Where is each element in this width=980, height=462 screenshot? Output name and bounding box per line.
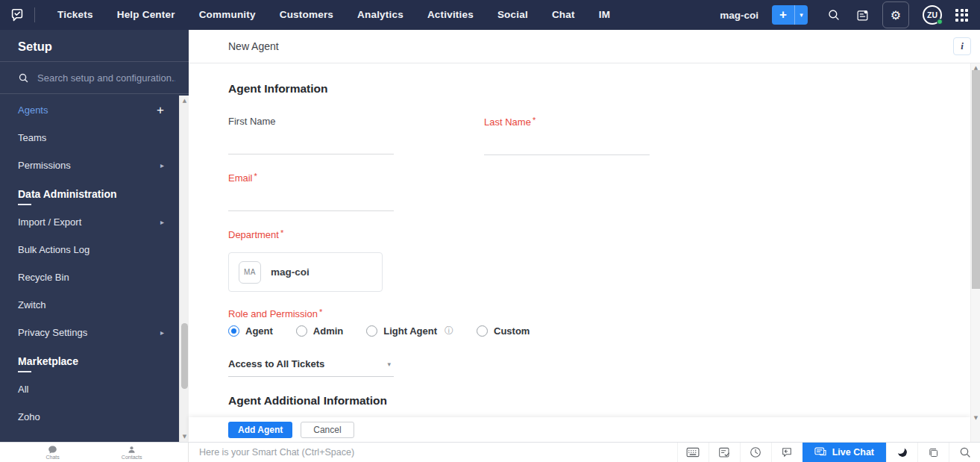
scrollbar-thumb[interactable] [972,70,980,289]
contacts-tab[interactable]: Contacts [122,446,142,460]
radio-light-agent[interactable]: Light Agent ⓘ [366,325,453,337]
nav-item-chat[interactable]: Chat [540,0,587,30]
zia-search-icon[interactable] [949,443,980,462]
sidebar-item-teams[interactable]: Teams [0,124,179,152]
bottom-bar-icons: Live Chat [677,443,980,462]
nav-item-community[interactable]: Community [187,0,268,30]
release-notes-icon[interactable] [848,1,876,29]
windows-copy-icon[interactable] [917,443,949,462]
scroll-down-icon[interactable]: ▼ [971,415,980,421]
main-panel: New Agent i Agent Information First Name… [189,30,980,442]
task-done-icon[interactable] [709,443,740,462]
zoho-desk-app: Tickets Help Center Community Customers … [0,0,980,462]
quick-create-button[interactable]: + ▾ [772,5,808,25]
nav-item-analytics[interactable]: Analytics [345,0,415,30]
keyboard-shortcuts-icon[interactable] [677,443,709,462]
ticket-access-select[interactable]: Access to All Tickets ▾ [228,358,394,377]
nav-item-activities[interactable]: Activities [415,0,486,30]
recent-activity-clock-icon[interactable] [740,443,771,462]
sidebar-item-label: Bulk Actions Log [18,244,164,255]
add-agent-button[interactable]: Add Agent [228,422,292,438]
chats-tab[interactable]: Chats [46,446,60,460]
sidebar-item-label: Permissions [18,160,160,171]
smart-chat-bar: Chats Contacts Live [0,442,980,462]
radio-icon[interactable] [296,325,307,337]
plus-icon[interactable]: + [772,5,794,25]
navbar-divider [34,7,35,22]
app-grid-icon[interactable] [955,9,968,22]
caret-down-icon[interactable]: ▾ [794,5,808,25]
org-name[interactable]: mag-coi [720,10,758,21]
nav-item-im[interactable]: IM [587,0,622,30]
search-icon[interactable] [820,1,848,29]
avatar[interactable]: ZU [923,5,942,25]
sidebar-item-zwitch[interactable]: Zwitch [0,291,179,319]
last-name-input[interactable] [484,140,650,155]
nav-item-help-center[interactable]: Help Center [105,0,187,30]
sidebar-section-data-administration: Data Administration [18,188,179,205]
radio-agent[interactable]: Agent [228,325,273,337]
radio-icon[interactable] [228,325,239,337]
setup-sidebar: Setup Agents + Teams Permissions [0,30,189,442]
setup-search-input[interactable] [37,72,175,84]
zoho-desk-logo-icon[interactable] [0,7,34,23]
sidebar-item-label: Zoho [18,411,164,422]
radio-admin[interactable]: Admin [296,325,343,337]
radio-icon[interactable] [477,325,488,337]
sidebar-nav: Agents + Teams Permissions ▸ Data Admini… [0,94,179,431]
info-circle-icon[interactable]: ⓘ [445,325,453,337]
cancel-button[interactable]: Cancel [301,422,354,438]
last-name-field: Last Name* [484,116,650,155]
first-name-input[interactable] [228,140,394,154]
top-navbar: Tickets Help Center Community Customers … [0,0,980,30]
email-input[interactable] [228,196,394,211]
scrollbar-thumb[interactable] [181,323,188,389]
section-header-underline [18,204,31,205]
radio-label: Custom [494,325,530,337]
sidebar-item-label: Import / Export [18,216,160,228]
section-header-label: Marketplace [18,355,179,367]
role-radio-group: Agent Admin Light Agent ⓘ Custom [228,325,530,337]
nav-item-social[interactable]: Social [486,0,540,30]
live-chat-button[interactable]: Live Chat [802,443,886,462]
main-header: New Agent i [189,30,980,63]
smart-chat-input[interactable] [199,447,677,458]
radio-custom[interactable]: Custom [477,325,530,337]
settings-gear-icon[interactable]: ⚙ [882,1,909,28]
sidebar-item-agents[interactable]: Agents + [0,96,179,124]
role-permission-label: Role and Permission* [228,308,452,319]
nav-item-tickets[interactable]: Tickets [45,0,105,30]
add-agent-plus-icon[interactable]: + [157,103,164,118]
section-header-underline [18,371,31,372]
navbar-right: mag-coi + ▾ ⚙ ZU [720,1,980,29]
required-asterisk: * [533,116,535,125]
radio-label: Agent [245,325,273,337]
radio-label: Light Agent [383,325,437,337]
sidebar-item-bulk-actions-log[interactable]: Bulk Actions Log [0,236,179,263]
email-label: Email* [228,172,394,184]
department-selector[interactable]: MA mag-coi [228,252,383,292]
nav-item-customers[interactable]: Customers [268,0,345,30]
feedback-icon[interactable] [771,443,802,462]
info-icon[interactable]: i [953,37,971,55]
sidebar-item-label: Zwitch [18,299,164,310]
night-mode-moon-icon[interactable] [886,443,917,462]
navbar-menu: Tickets Help Center Community Customers … [45,0,622,30]
chats-tab-label: Chats [46,455,60,460]
sidebar-item-import-export[interactable]: Import / Export ▸ [0,208,179,236]
sidebar-item-privacy-settings[interactable]: Privacy Settings ▸ [0,319,179,346]
department-field: Department* [228,228,394,240]
online-status-dot [937,19,943,25]
sidebar-scrollbar[interactable]: ▲ ▼ [179,96,189,442]
sidebar-item-zoho[interactable]: Zoho [0,403,179,431]
chevron-right-icon: ▸ [160,218,164,226]
radio-icon[interactable] [366,325,377,337]
sidebar-item-recycle-bin[interactable]: Recycle Bin [0,263,179,291]
role-permission-field: Role and Permission* [228,308,452,319]
sidebar-item-all[interactable]: All [0,375,179,403]
department-label: Department* [228,228,394,240]
agent-additional-information-heading: Agent Additional Information [228,394,387,408]
sidebar-item-permissions[interactable]: Permissions ▸ [0,152,179,179]
required-asterisk: * [254,172,257,181]
main-scrollbar[interactable]: ▲ ▼ [970,63,980,442]
